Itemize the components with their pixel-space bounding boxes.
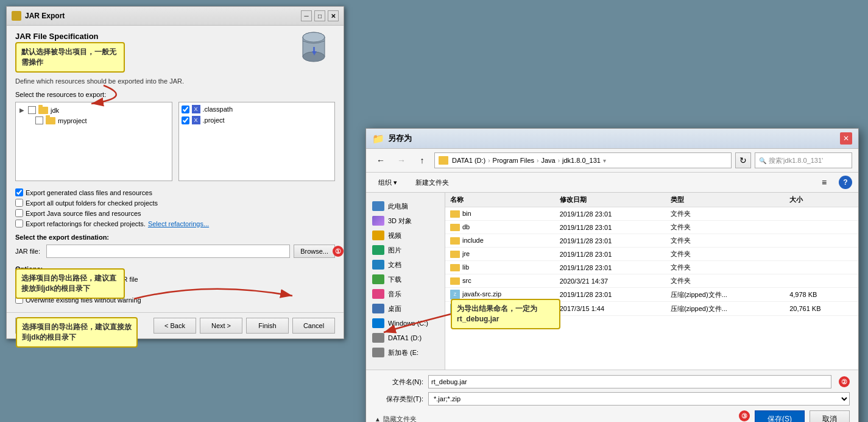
file-type: 文件夹 (666, 274, 785, 288)
check-classpath[interactable]: X .classpath (182, 105, 333, 113)
tree-item-myproject[interactable]: ▶ myproject (18, 115, 169, 126)
file-name: lib (445, 261, 555, 274)
table-row[interactable]: include 2019/11/28 23:01 文件夹 (445, 234, 858, 248)
file-type: 文件夹 (666, 261, 785, 274)
tree-label-jdk: jdk (51, 107, 59, 114)
checkbox-project[interactable] (182, 116, 189, 124)
sidebar-item-image[interactable]: 图片 (366, 243, 445, 257)
table-row[interactable]: bin 2019/11/28 23:01 文件夹 (445, 207, 858, 221)
save-button[interactable]: 保存(S) (755, 410, 805, 422)
option-classfiles[interactable]: Export generated class files and resourc… (15, 188, 335, 196)
hide-folders-bar[interactable]: ▲ 隐藏文件夹 (375, 410, 417, 422)
sidebar-item-windows[interactable]: Windows (C:) (366, 316, 445, 331)
up-nav-button[interactable]: ↑ (414, 153, 431, 168)
refresh-button[interactable]: ↻ (735, 152, 751, 168)
sidebar-item-doc[interactable]: 文档 (366, 257, 445, 272)
view-toggle-button[interactable]: ≡ (816, 175, 833, 190)
hide-folders-label: 隐藏文件夹 (383, 415, 417, 423)
file-type: 压缩(zipped)文件... (666, 288, 785, 302)
table-header-row: 名称 修改日期 类型 大小 (445, 193, 858, 207)
file-table: 名称 修改日期 类型 大小 bin 2019/11/28 23:01 文件夹 d… (445, 193, 858, 316)
saveas-cancel-button[interactable]: 取消 (810, 410, 850, 422)
breadcrumb-folder-icon (439, 156, 448, 165)
sidebar-item-data1[interactable]: DATA1 (D:) (366, 331, 445, 345)
sidebar-item-desktop[interactable]: 桌面 (366, 301, 445, 316)
breadcrumb-java: Java (541, 157, 555, 164)
sidebar-item-video[interactable]: 视频 (366, 228, 445, 243)
export-dest-label: Select the export destination: (15, 234, 335, 241)
select-refactorings-link[interactable]: Select refactorings... (148, 220, 209, 227)
col-size: 大小 (785, 193, 858, 207)
tree-checkbox-myproject[interactable] (35, 116, 43, 124)
folder-icon (450, 264, 460, 271)
jar-file-label: JAR file: (15, 248, 40, 255)
check-project[interactable]: X .project (182, 116, 333, 124)
file-size: 4,978 KB (785, 288, 858, 302)
search-icon: 🔍 (759, 157, 766, 164)
table-row[interactable]: src 2020/3/21 14:37 文件夹 (445, 274, 858, 288)
back-button[interactable]: < Back (153, 318, 196, 334)
new-folder-button[interactable]: 新建文件夹 (409, 176, 455, 189)
callout-2-positioned: 选择项目的导出路径，建议直接放到jdk的根目录下 (16, 317, 138, 348)
filetype-row: 保存类型(T): *.jar;*.zip (375, 392, 850, 406)
saveas-file-content[interactable]: 名称 修改日期 类型 大小 bin 2019/11/28 23:01 文件夹 d… (445, 193, 858, 370)
folder-icon-myproject (46, 117, 55, 124)
sidebar-label-doc: 文档 (388, 260, 401, 270)
back-nav-button[interactable]: ← (372, 153, 389, 168)
sidebar-item-computer[interactable]: 此电脑 (366, 199, 445, 213)
jar-graphic (298, 30, 329, 65)
computer-icon (372, 201, 384, 211)
sidebar-label-image: 图片 (388, 246, 401, 255)
browse-button[interactable]: Browse... (294, 245, 335, 258)
sidebar-item-music[interactable]: 音乐 (366, 287, 445, 301)
saveas-dialog: 📁 另存为 ✕ ← → ↑ DATA1 (D:) › Program Files… (365, 128, 859, 422)
option-output-folders[interactable]: Export all output folders for checked pr… (15, 199, 335, 207)
table-row[interactable]: db 2019/11/28 23:01 文件夹 (445, 221, 858, 234)
tree-item-jdk[interactable]: ▶ jdk (18, 105, 169, 115)
close-button[interactable]: ✕ (328, 10, 339, 21)
filename-input[interactable] (428, 375, 831, 388)
option-refactorings[interactable]: Export refactorings for checked projects… (15, 220, 335, 227)
cancel-button[interactable]: Cancel (292, 318, 335, 334)
checkbox-output-folders[interactable] (15, 199, 23, 207)
table-row[interactable]: jre 2019/11/28 23:01 文件夹 (445, 248, 858, 261)
checkbox-source-files[interactable] (15, 209, 23, 217)
windows-icon (372, 318, 384, 328)
filetype-select[interactable]: *.jar;*.zip (428, 392, 850, 406)
checkbox-classfiles[interactable] (15, 188, 23, 196)
sidebar-item-download[interactable]: 下载 (366, 272, 445, 287)
maximize-button[interactable]: □ (314, 10, 325, 21)
sidebar-item-newe[interactable]: 新加卷 (E: (366, 345, 445, 360)
sidebar-label-music: 音乐 (388, 290, 401, 299)
next-button[interactable]: Next > (200, 318, 242, 334)
jar-file-input[interactable] (46, 245, 290, 258)
help-icon-button[interactable]: ? (839, 176, 852, 189)
image-icon (372, 245, 384, 255)
tree-arrow-jdk: ▶ (19, 107, 26, 113)
file-date: 2019/11/28 23:01 (555, 261, 666, 274)
svg-rect-5 (313, 47, 315, 53)
file-name: bin (445, 207, 555, 221)
saveas-titlebar: 📁 另存为 ✕ (366, 129, 858, 149)
search-box[interactable]: 🔍 搜索'jdk1.8.0_131' (755, 152, 852, 168)
file-size: 20,761 KB (785, 302, 858, 316)
jar-dialog-titlebar: JAR Export ─ □ ✕ (7, 7, 344, 26)
jar-icon (12, 11, 21, 21)
option-source-files[interactable]: Export Java source files and resources (15, 209, 335, 217)
sidebar-item-3d[interactable]: 3D 对象 (366, 213, 445, 228)
tree-checkbox-jdk[interactable] (28, 106, 36, 114)
minimize-button[interactable]: ─ (301, 10, 312, 21)
checkbox-refactorings[interactable] (15, 220, 23, 227)
breadcrumb-progfiles: Program Files (493, 157, 534, 164)
forward-nav-button[interactable]: → (393, 153, 410, 168)
organize-button[interactable]: 组织 ▾ (372, 176, 403, 189)
saveas-close-button[interactable]: ✕ (840, 132, 852, 145)
jar-description: Define which resources should be exporte… (15, 77, 335, 85)
table-row[interactable]: lib 2019/11/28 23:01 文件夹 (445, 261, 858, 274)
folder-icon (450, 277, 460, 285)
finish-button[interactable]: Finish (246, 318, 289, 334)
left-tree-panel[interactable]: ▶ jdk ▶ myproject (15, 102, 172, 181)
doc-icon (372, 260, 384, 270)
checkbox-classpath[interactable] (182, 106, 189, 113)
trees-row: ▶ jdk ▶ myproject X .classpath (15, 102, 335, 181)
